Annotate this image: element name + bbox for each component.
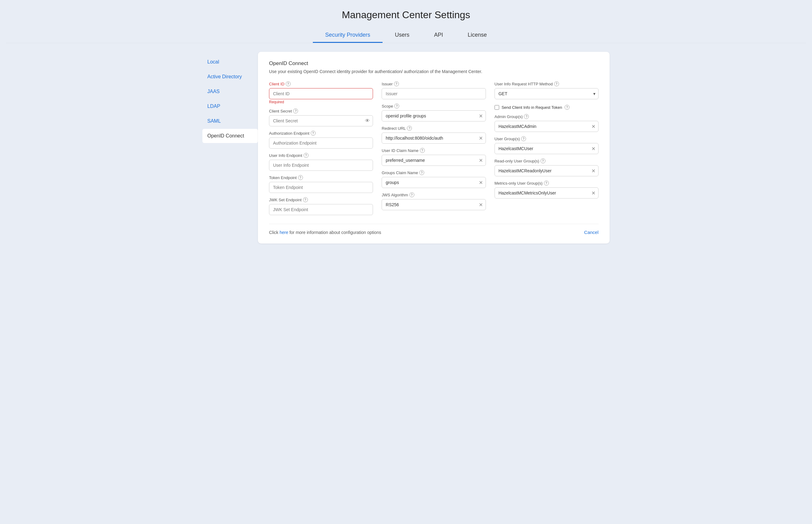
client-id-help-icon[interactable]: ? bbox=[286, 81, 291, 86]
sidebar-item-saml[interactable]: SAML bbox=[202, 114, 258, 128]
client-secret-group: Client Secret ? 👁 bbox=[269, 109, 373, 126]
jws-algorithm-label: JWS Algorithm ? bbox=[382, 192, 485, 197]
send-client-info-checkbox[interactable] bbox=[495, 105, 499, 110]
footer-bar: Click here for more information about co… bbox=[269, 224, 599, 235]
user-id-claim-input[interactable] bbox=[382, 155, 485, 166]
user-info-endpoint-group: User Info Endpoint ? bbox=[269, 153, 373, 171]
send-client-info-label[interactable]: Send Client Info in Request Token bbox=[501, 105, 562, 110]
issuer-label: Issuer ? bbox=[382, 81, 485, 86]
auth-endpoint-help-icon[interactable]: ? bbox=[311, 131, 316, 136]
user-groups-label: User Group(s) ? bbox=[495, 136, 599, 141]
footer-info-text: Click here for more information about co… bbox=[269, 230, 381, 235]
send-client-info-group: Send Client Info in Request Token ? bbox=[495, 103, 599, 110]
auth-endpoint-input[interactable] bbox=[269, 137, 373, 149]
user-info-endpoint-label: User Info Endpoint ? bbox=[269, 153, 373, 158]
redirect-url-group: Redirect URL ? ✕ bbox=[382, 126, 485, 144]
jws-algorithm-group: JWS Algorithm ? ✕ bbox=[382, 192, 485, 210]
groups-claim-clear-icon[interactable]: ✕ bbox=[479, 180, 483, 185]
page-title: Management Center Settings bbox=[6, 9, 806, 21]
user-groups-wrapper: ✕ bbox=[495, 143, 599, 154]
jws-algorithm-wrapper: ✕ bbox=[382, 199, 485, 210]
tab-license[interactable]: License bbox=[455, 28, 499, 43]
user-id-claim-wrapper: ✕ bbox=[382, 155, 485, 166]
client-id-input[interactable] bbox=[269, 88, 373, 99]
sidebar-item-jaas[interactable]: JAAS bbox=[202, 84, 258, 99]
user-groups-clear-icon[interactable]: ✕ bbox=[591, 146, 595, 152]
groups-claim-group: Groups Claim Name ? ✕ bbox=[382, 170, 485, 188]
footer-here-link[interactable]: here bbox=[280, 230, 288, 235]
metrics-groups-clear-icon[interactable]: ✕ bbox=[591, 190, 595, 196]
scope-clear-icon[interactable]: ✕ bbox=[479, 113, 483, 119]
client-id-required: Required bbox=[269, 100, 373, 104]
send-client-info-help-icon[interactable]: ? bbox=[564, 105, 570, 110]
user-id-claim-clear-icon[interactable]: ✕ bbox=[479, 158, 483, 163]
jwk-endpoint-help-icon[interactable]: ? bbox=[303, 197, 308, 202]
admin-groups-help-icon[interactable]: ? bbox=[524, 114, 529, 119]
card-title: OpenID Connect bbox=[269, 61, 599, 67]
scope-input[interactable] bbox=[382, 110, 485, 121]
jws-algorithm-clear-icon[interactable]: ✕ bbox=[479, 202, 483, 208]
user-id-claim-group: User ID Claim Name ? ✕ bbox=[382, 148, 485, 166]
tab-api[interactable]: API bbox=[422, 28, 455, 43]
sidebar-item-local[interactable]: Local bbox=[202, 55, 258, 69]
jws-algorithm-input[interactable] bbox=[382, 199, 485, 210]
user-id-claim-label: User ID Claim Name ? bbox=[382, 148, 485, 153]
readonly-groups-help-icon[interactable]: ? bbox=[541, 159, 545, 163]
redirect-url-help-icon[interactable]: ? bbox=[407, 126, 412, 131]
readonly-groups-input[interactable] bbox=[495, 165, 599, 176]
admin-groups-input[interactable] bbox=[495, 121, 599, 132]
user-id-claim-help-icon[interactable]: ? bbox=[420, 148, 425, 153]
issuer-input[interactable] bbox=[382, 88, 485, 99]
readonly-groups-label: Read-only User Group(s) ? bbox=[495, 159, 599, 163]
token-endpoint-input[interactable] bbox=[269, 182, 373, 193]
user-info-endpoint-help-icon[interactable]: ? bbox=[304, 153, 308, 158]
auth-endpoint-group: Authorization Endpoint ? bbox=[269, 131, 373, 149]
jwk-endpoint-group: JWK Set Endpoint ? bbox=[269, 197, 373, 215]
groups-claim-help-icon[interactable]: ? bbox=[419, 170, 424, 175]
http-method-help-icon[interactable]: ? bbox=[554, 81, 559, 86]
jws-algorithm-help-icon[interactable]: ? bbox=[409, 192, 414, 197]
tab-users[interactable]: Users bbox=[383, 28, 422, 43]
http-method-select[interactable]: GET POST bbox=[495, 88, 599, 99]
redirect-url-label: Redirect URL ? bbox=[382, 126, 485, 131]
groups-claim-label: Groups Claim Name ? bbox=[382, 170, 485, 175]
metrics-groups-label: Metrics-only User Group(s) ? bbox=[495, 181, 599, 185]
metrics-groups-input[interactable] bbox=[495, 187, 599, 198]
user-groups-group: User Group(s) ? ✕ bbox=[495, 136, 599, 154]
user-info-endpoint-input[interactable] bbox=[269, 160, 373, 171]
user-groups-help-icon[interactable]: ? bbox=[521, 136, 526, 141]
readonly-groups-group: Read-only User Group(s) ? ✕ bbox=[495, 159, 599, 176]
readonly-groups-clear-icon[interactable]: ✕ bbox=[591, 168, 595, 174]
scope-help-icon[interactable]: ? bbox=[394, 103, 399, 109]
cancel-button[interactable]: Cancel bbox=[584, 230, 599, 235]
admin-groups-label: Admin Group(s) ? bbox=[495, 114, 599, 119]
client-secret-help-icon[interactable]: ? bbox=[293, 109, 298, 113]
groups-claim-input[interactable] bbox=[382, 177, 485, 188]
user-groups-input[interactable] bbox=[495, 143, 599, 154]
card-description: Use your existing OpenID Connect identit… bbox=[269, 69, 599, 74]
scope-label: Scope ? bbox=[382, 103, 485, 109]
password-toggle-icon[interactable]: 👁 bbox=[365, 118, 370, 124]
tab-security-providers[interactable]: Security Providers bbox=[313, 28, 383, 43]
issuer-help-icon[interactable]: ? bbox=[394, 81, 399, 86]
client-id-group: Client ID ? Required bbox=[269, 81, 373, 104]
jwk-endpoint-label: JWK Set Endpoint ? bbox=[269, 197, 373, 202]
readonly-groups-wrapper: ✕ bbox=[495, 165, 599, 176]
http-method-label: User Info Request HTTP Method ? bbox=[495, 81, 599, 86]
token-endpoint-label: Token Endpoint ? bbox=[269, 175, 373, 180]
auth-endpoint-label: Authorization Endpoint ? bbox=[269, 131, 373, 136]
metrics-groups-wrapper: ✕ bbox=[495, 187, 599, 198]
client-secret-input[interactable] bbox=[269, 115, 373, 126]
client-id-label: Client ID ? bbox=[269, 81, 373, 86]
sidebar-item-active-directory[interactable]: Active Directory bbox=[202, 70, 258, 84]
send-client-info-row: Send Client Info in Request Token ? bbox=[495, 105, 599, 110]
jwk-endpoint-input[interactable] bbox=[269, 204, 373, 215]
admin-groups-clear-icon[interactable]: ✕ bbox=[591, 124, 595, 129]
token-endpoint-help-icon[interactable]: ? bbox=[298, 175, 303, 180]
metrics-groups-help-icon[interactable]: ? bbox=[544, 181, 549, 185]
sidebar-item-openid[interactable]: OpenID Connect bbox=[202, 129, 258, 143]
redirect-url-clear-icon[interactable]: ✕ bbox=[479, 135, 483, 141]
groups-claim-wrapper: ✕ bbox=[382, 177, 485, 188]
sidebar-item-ldap[interactable]: LDAP bbox=[202, 99, 258, 113]
redirect-url-input[interactable] bbox=[382, 133, 485, 144]
